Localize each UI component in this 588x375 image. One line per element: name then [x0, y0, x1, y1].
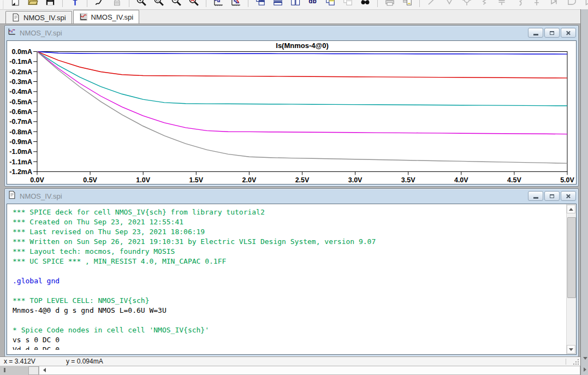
- tile-vertical-button[interactable]: [288, 0, 302, 9]
- toolbar-separator: [87, 0, 87, 7]
- mdi-client-area: NMOS_IV.spi Is(Mnmos-4@0)0.0mA-0.1mA-0.2…: [0, 24, 580, 356]
- trace-blue: [37, 52, 567, 55]
- doc-file-icon: [11, 13, 20, 22]
- netlist-line: * Spice Code nodes in cell cell 'NMOS_IV…: [13, 325, 566, 335]
- status-divider: [566, 359, 566, 365]
- resistor-button: [477, 0, 491, 9]
- editor-window-titlebar[interactable]: NMOS_IV.spi: [5, 189, 578, 203]
- netlist-line: Mnmos-4@0 d g s gnd NMOS L=0.6U W=3U: [13, 306, 566, 316]
- zoom-full-button[interactable]: [187, 0, 201, 9]
- netlist-line: *** Created on Thu Sep 23, 2021 12:55:41: [13, 217, 566, 227]
- net-label-icon: [461, 0, 472, 7]
- zoom-box-icon: [153, 0, 164, 7]
- inductor-button: [512, 0, 526, 9]
- open-file-button[interactable]: [26, 0, 40, 9]
- run-button[interactable]: [92, 0, 106, 9]
- diode-icon: [549, 0, 560, 7]
- minimize-button[interactable]: [528, 28, 543, 38]
- document-icon: [8, 191, 16, 201]
- minimize-button[interactable]: [528, 191, 543, 201]
- zoom-out-icon: [171, 0, 182, 7]
- svg-text:4.5V: 4.5V: [507, 176, 521, 184]
- tab-label: NMOS_IV.spi: [23, 14, 66, 22]
- cursor-x-readout: x = 3.412V: [4, 358, 54, 365]
- print-button[interactable]: [383, 0, 397, 9]
- plot-settings-button[interactable]: [229, 0, 243, 9]
- resistor-icon: [479, 0, 490, 7]
- editor-area: *** SPICE deck for cell NMOS_IV{sch} fro…: [7, 204, 577, 355]
- save-file-icon: [45, 0, 56, 7]
- scroll-up-arrow[interactable]: [567, 205, 575, 213]
- zoom-in-icon: [136, 0, 147, 7]
- netlist-line: vs s 0 DC 0: [13, 335, 566, 345]
- zoom-box-button[interactable]: [152, 0, 166, 9]
- scroll-left-arrow[interactable]: [43, 368, 46, 372]
- tile-horizontal-button[interactable]: [271, 0, 285, 9]
- ground-button: [442, 0, 456, 9]
- save-file-button[interactable]: [43, 0, 57, 9]
- close-button[interactable]: [561, 28, 576, 38]
- netlist-line: [13, 316, 566, 325]
- tile-horizontal-icon: [272, 0, 283, 7]
- autorange-y-button[interactable]: [211, 0, 225, 9]
- close-button[interactable]: [561, 191, 576, 201]
- cascade-windows-button[interactable]: [253, 0, 268, 9]
- open-file-icon: [27, 0, 38, 7]
- plot-window-controls: [528, 28, 576, 38]
- svg-text:0.0mA: 0.0mA: [11, 48, 32, 56]
- zoom-out-button[interactable]: [169, 0, 183, 9]
- spice-directive-button[interactable]: db: [306, 0, 320, 9]
- netlist-line: *** Last revised on Thu Sep 23, 2021 18:…: [13, 227, 566, 237]
- scroll-down-arrow[interactable]: [567, 345, 575, 354]
- editor-window: NMOS_IV.spi *** SPICE deck for cell NMOS…: [4, 188, 579, 357]
- plot-canvas[interactable]: Is(Mnmos-4@0)0.0mA-0.1mA-0.2mA-0.3mA-0.4…: [7, 41, 576, 184]
- toolbar-separator: [129, 0, 129, 7]
- zoom-in-button[interactable]: [134, 0, 149, 9]
- resize-grip[interactable]: [572, 358, 579, 365]
- svg-text:0.0V: 0.0V: [30, 176, 44, 184]
- scrollbar-thumb[interactable]: [567, 217, 576, 298]
- tab-netlist[interactable]: NMOS_IV.spi: [5, 11, 72, 23]
- editor-vertical-scrollbar[interactable]: [566, 204, 576, 354]
- svg-text:-0.9mA: -0.9mA: [9, 138, 32, 146]
- tab-label: NMOS_IV.spi: [91, 13, 134, 21]
- tab-waveform[interactable]: NMOS_IV.spi: [73, 10, 140, 23]
- scroll-right-arrow[interactable]: [584, 367, 586, 372]
- restore-button[interactable]: [544, 191, 560, 201]
- svg-text:4.0V: 4.0V: [454, 176, 468, 184]
- restore-button[interactable]: [544, 28, 560, 38]
- svg-text:db: db: [308, 0, 317, 5]
- tab-bar: NMOS_IV.spiNMOS_IV.spi: [0, 10, 588, 24]
- svg-text:1.0V: 1.0V: [136, 176, 150, 184]
- netlist-line: *** SPICE deck for cell NMOS_IV{sch} fro…: [13, 207, 566, 217]
- background-horizontal-scrollbar[interactable]: [39, 366, 580, 375]
- toolbar-separator: [377, 0, 378, 7]
- control-panel-button[interactable]: [68, 0, 82, 9]
- capacitor-icon: [496, 0, 507, 7]
- cursor-y-readout: y = 0.094mA: [66, 358, 103, 365]
- netlist-line: Vd d 0 DC 0: [13, 345, 566, 350]
- tile-vertical-icon: [290, 0, 301, 7]
- svg-text:-0.2mA: -0.2mA: [9, 68, 32, 76]
- scroll-down-arrow[interactable]: [583, 357, 587, 360]
- svg-text:-0.7mA: -0.7mA: [9, 118, 32, 126]
- plot-window-titlebar[interactable]: NMOS_IV.spi: [5, 26, 578, 39]
- editor-window-title: NMOS_IV.spi: [20, 192, 525, 200]
- svg-text:-0.4mA: -0.4mA: [9, 88, 32, 96]
- background-scroll-button[interactable]: [28, 366, 39, 375]
- new-file-button[interactable]: [8, 0, 22, 9]
- plot-area[interactable]: Is(Mnmos-4@0)0.0mA-0.1mA-0.2mA-0.3mA-0.4…: [7, 40, 577, 184]
- svg-text:-1.0mA: -1.0mA: [9, 148, 32, 156]
- editor-window-controls: [528, 191, 576, 201]
- toolbar-gripper[interactable]: [2, 0, 3, 9]
- find-button[interactable]: [358, 0, 372, 9]
- right-edge-strip: [580, 9, 588, 375]
- netlist-text[interactable]: *** SPICE deck for cell NMOS_IV{sch} fro…: [7, 204, 566, 350]
- svg-text:-0.6mA: -0.6mA: [9, 108, 32, 116]
- toolbar-separator: [419, 0, 420, 7]
- svg-text:5.0V: 5.0V: [560, 176, 574, 184]
- copy-window-button[interactable]: [323, 0, 337, 9]
- svg-text:-0.1mA: -0.1mA: [9, 58, 32, 66]
- control-panel-icon: [69, 0, 80, 7]
- print-preview-button[interactable]: [400, 0, 414, 9]
